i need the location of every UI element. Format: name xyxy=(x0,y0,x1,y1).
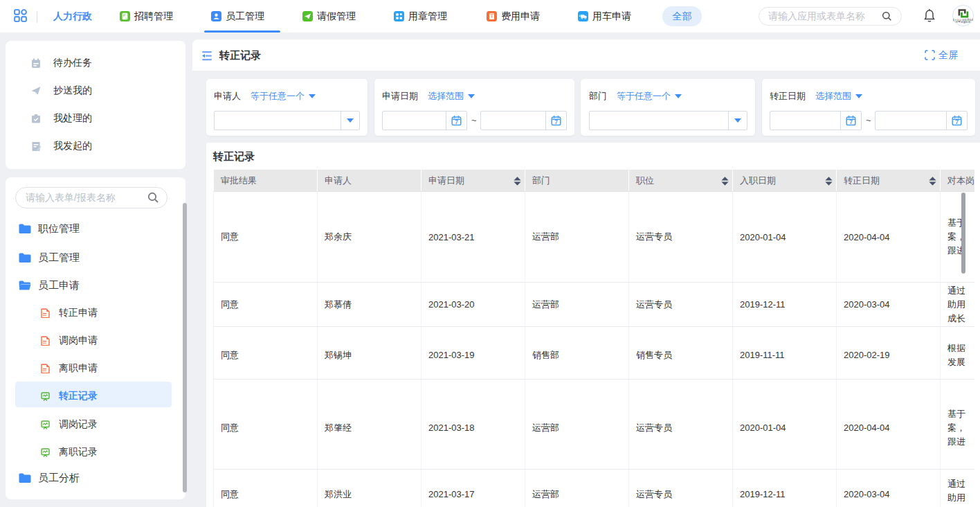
svg-text:分享连接科技: 分享连接科技 xyxy=(956,20,971,24)
svg-text:7: 7 xyxy=(554,118,558,125)
svg-text:7: 7 xyxy=(955,118,959,125)
svg-text:7: 7 xyxy=(455,118,458,125)
svg-text:7: 7 xyxy=(849,118,853,125)
